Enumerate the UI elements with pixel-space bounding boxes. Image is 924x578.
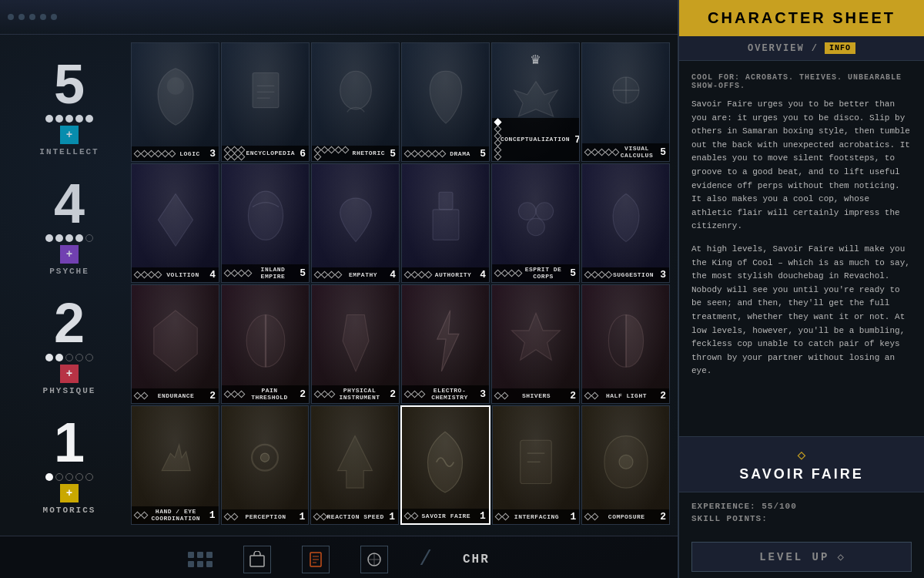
skill-card-esprit-de-corps[interactable]: ESPRIT DE CORPS 5 <box>491 163 580 283</box>
volition-bottom: VOLITION 4 <box>132 267 219 282</box>
suggestion-diamonds <box>585 272 611 277</box>
physical-instrument-diamonds <box>315 391 334 397</box>
skill-card-shivers[interactable]: SHIVERS 2 <box>491 284 580 404</box>
physical-instrument-bottom: PHYSICAL INSTRUMENT 2 <box>312 385 399 403</box>
endurance-bottom: ENDURANCE 2 <box>132 388 219 403</box>
esprit-diamonds <box>495 271 521 276</box>
skill-card-electro-chemistry[interactable]: ELECTRO- CHEMISTRY 3 <box>401 284 490 404</box>
skill-card-conceptualization[interactable]: ♛ CONCEPTUALIZATION 7 <box>491 42 580 162</box>
info-badge[interactable]: INFO <box>825 42 855 54</box>
perception-value: 1 <box>294 511 305 523</box>
skill-desc-text-1: Savoir Faire urges you to be better than… <box>691 98 912 234</box>
psyche-dot-4 <box>75 234 83 242</box>
motorics-dot-3 <box>65 473 73 481</box>
skill-card-rhetoric[interactable]: RHETORIC 5 <box>311 42 400 162</box>
skill-card-authority[interactable]: AUTHORITY 4 <box>401 163 490 283</box>
intellect-plus-button[interactable]: + <box>60 126 79 144</box>
encyclopedia-value: 6 <box>295 148 306 160</box>
physique-dot-2 <box>55 354 63 361</box>
left-panel: 5 + INTELLECT 4 <box>0 0 678 578</box>
shivers-diamonds <box>495 393 507 398</box>
drama-name: DRAMA <box>445 150 475 158</box>
volition-name: VOLITION <box>161 271 205 279</box>
drama-bottom: DRAMA 5 <box>402 146 489 161</box>
psyche-plus-button[interactable]: + <box>60 245 79 264</box>
pain-threshold-name: PAIN THRESHOLD <box>244 387 295 402</box>
level-up-diamond-icon: ◇ <box>837 550 843 563</box>
suggestion-bottom: SUGGESTION 3 <box>582 267 669 282</box>
inland-empire-bottom: INLAND EMPIRE 5 <box>222 264 309 282</box>
skill-card-logic[interactable]: LOGIC 3 <box>131 42 219 162</box>
logic-bottom: LOGIC 3 <box>132 146 219 161</box>
physique-value: 2 <box>54 295 85 351</box>
journal-icon[interactable] <box>302 546 330 573</box>
inland-empire-value: 5 <box>295 267 306 279</box>
skill-card-half-light[interactable]: HALF LIGHT 2 <box>581 284 670 404</box>
empathy-diamonds <box>315 272 341 277</box>
pain-threshold-value: 2 <box>295 388 306 400</box>
skill-card-suggestion[interactable]: SUGGESTION 3 <box>581 163 670 283</box>
interfacing-diamonds <box>496 514 508 519</box>
reaction-speed-bottom: REACTION SPEED 1 <box>311 509 398 524</box>
half-light-bottom: HALF LIGHT 2 <box>582 388 669 403</box>
stats-column: 5 + INTELLECT 4 <box>8 42 131 528</box>
volition-value: 4 <box>205 269 216 281</box>
rhetoric-name: RHETORIC <box>353 150 385 157</box>
skill-card-reaction-speed[interactable]: REACTION SPEED 1 <box>310 405 399 525</box>
authority-name: AUTHORITY <box>431 271 475 279</box>
skill-card-interfacing[interactable]: INTERFACING 1 <box>492 405 581 525</box>
encyclopedia-diamonds <box>225 147 246 160</box>
endurance-value: 2 <box>205 390 216 402</box>
chr-label: CHR <box>463 553 490 566</box>
svg-point-18 <box>260 453 269 462</box>
visual-calculus-value: 5 <box>655 146 666 158</box>
skill-card-visual-calculus[interactable]: VISUAL CALCULUS 5 <box>581 42 670 162</box>
physique-plus-button[interactable]: + <box>60 365 79 383</box>
skill-card-empathy[interactable]: EMPATHY 4 <box>311 163 400 283</box>
skill-card-savoir-faire[interactable]: SAVOIR FAIRE 1 <box>400 405 490 525</box>
skill-card-endurance[interactable]: ENDURANCE 2 <box>131 284 219 404</box>
d6 <box>314 153 322 161</box>
empathy-bottom: EMPATHY 4 <box>312 267 399 282</box>
shivers-value: 2 <box>565 390 576 402</box>
skill-card-volition[interactable]: VOLITION 4 <box>131 163 219 283</box>
svg-point-13 <box>536 203 554 220</box>
logic-name: LOGIC <box>175 150 205 158</box>
inventory-icon[interactable] <box>243 546 271 573</box>
skill-card-hand-eye[interactable]: HAND / EYE COORDINATION 1 <box>131 405 219 525</box>
physique-row: ENDURANCE 2 PAIN THRESHOLD 2 <box>131 284 670 404</box>
svg-point-0 <box>166 77 184 95</box>
reaction-speed-diamonds <box>314 514 326 519</box>
skill-card-encyclopedia[interactable]: ENCYCLOPEDIA 6 <box>221 42 310 162</box>
map-icon[interactable] <box>360 546 388 573</box>
motorics-dot-5 <box>85 473 93 481</box>
main-container: 5 + INTELLECT 4 <box>0 0 924 578</box>
svg-point-12 <box>518 203 536 220</box>
motorics-plus-button[interactable]: + <box>60 484 79 502</box>
level-up-button[interactable]: LEVEL UP ◇ <box>691 542 912 572</box>
skill-card-perception[interactable]: PERCEPTION 1 <box>221 405 310 525</box>
overview-bar: OVERVIEW / INFO <box>679 36 924 61</box>
skill-card-inland-empire[interactable]: INLAND EMPIRE 5 <box>221 163 310 283</box>
intellect-dot-3 <box>65 115 73 123</box>
stat-block-psyche: 4 + PSYCHE <box>8 166 131 285</box>
rhetoric-bottom: RHETORIC 5 <box>312 146 399 161</box>
physique-dots <box>45 354 93 361</box>
char-sheet-title: CHARACTER SHEET <box>695 9 909 27</box>
volition-diamonds <box>135 272 161 277</box>
inland-empire-name: INLAND EMPIRE <box>251 266 295 281</box>
suggestion-name: SUGGESTION <box>611 271 655 279</box>
skill-card-physical-instrument[interactable]: PHYSICAL INSTRUMENT 2 <box>311 284 400 404</box>
skills-grid: LOGIC 3 ENCYCLOPEDIA 6 <box>131 42 670 528</box>
encyclopedia-bottom: ENCYCLOPEDIA 6 <box>222 146 309 161</box>
skill-card-composure[interactable]: COMPOSURE 2 <box>581 405 670 525</box>
bdot-2 <box>197 552 203 558</box>
skill-card-drama[interactable]: DRAMA 5 <box>401 42 490 162</box>
bdot-5 <box>197 561 203 567</box>
psyche-label: PSYCHE <box>49 267 89 276</box>
top-bar-dot-5 <box>51 14 57 20</box>
intellect-dot-4 <box>75 115 83 123</box>
svg-point-14 <box>527 218 544 236</box>
shivers-bottom: SHIVERS 2 <box>492 388 579 403</box>
skill-card-pain-threshold[interactable]: PAIN THRESHOLD 2 <box>221 284 310 404</box>
